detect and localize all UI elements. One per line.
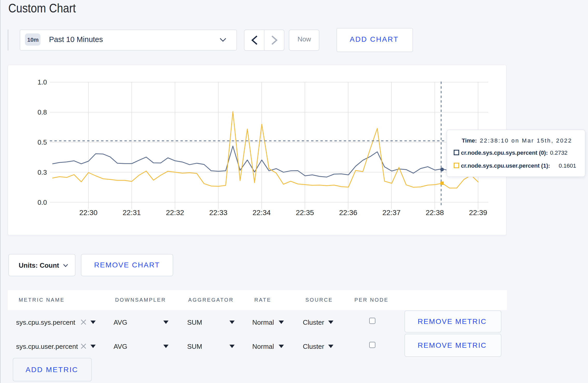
svg-text:0.3: 0.3 xyxy=(38,168,47,176)
svg-text:22:31: 22:31 xyxy=(123,209,141,217)
svg-text:22:37: 22:37 xyxy=(382,209,401,217)
svg-text:22:39: 22:39 xyxy=(469,209,487,217)
svg-text:1.0: 1.0 xyxy=(38,78,47,86)
svg-text:22:32: 22:32 xyxy=(166,209,184,217)
svg-text:22:38: 22:38 xyxy=(426,209,444,217)
svg-text:0.0: 0.0 xyxy=(38,198,47,206)
svg-text:0.5: 0.5 xyxy=(38,138,47,146)
svg-text:22:35: 22:35 xyxy=(296,209,314,217)
svg-text:22:36: 22:36 xyxy=(339,209,357,217)
svg-text:22:33: 22:33 xyxy=(209,209,227,217)
svg-text:22:34: 22:34 xyxy=(253,209,271,217)
svg-text:22:30: 22:30 xyxy=(79,209,97,217)
svg-text:0.8: 0.8 xyxy=(38,108,47,116)
